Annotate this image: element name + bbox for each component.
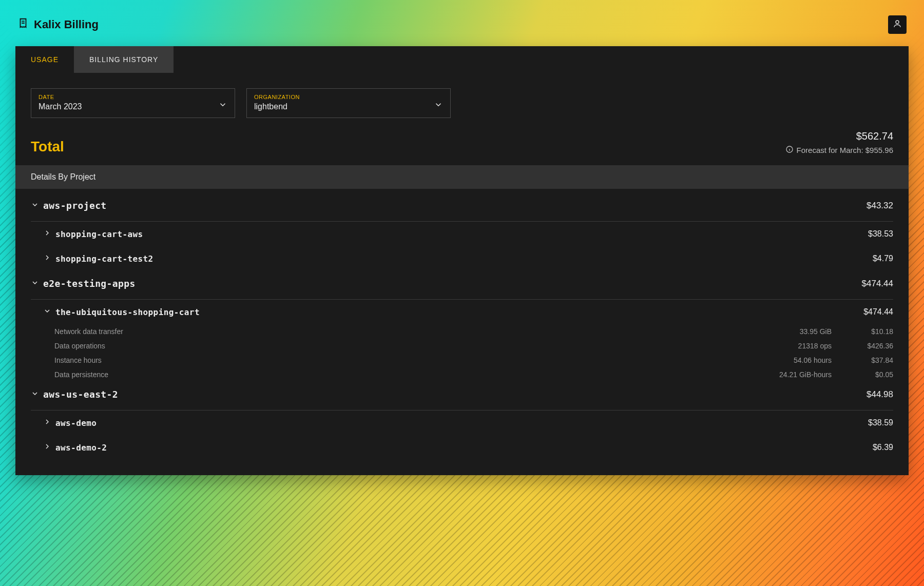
- organization-value: lightbend: [254, 102, 300, 111]
- svg-point-0: [896, 21, 899, 24]
- tab-billing-history[interactable]: BILLING HISTORY: [74, 46, 174, 73]
- metric-row: Instance hours54.06 hours$37.84: [31, 353, 893, 367]
- metric-cost: $10.18: [862, 327, 893, 336]
- service-cost: $6.39: [873, 443, 893, 452]
- chevron-right-icon: [43, 442, 51, 453]
- service-cost: $38.53: [868, 229, 893, 239]
- chevron-down-icon: [31, 201, 39, 211]
- service-row[interactable]: shopping-cart-test2$4.79: [31, 246, 893, 271]
- organization-label: ORGANIZATION: [254, 94, 300, 100]
- metric-label: Data operations: [54, 342, 105, 350]
- tabs: USAGE BILLING HISTORY: [15, 46, 909, 73]
- metric-label: Network data transfer: [54, 327, 123, 336]
- billing-panel: USAGE BILLING HISTORY DATE March 2023 OR…: [15, 46, 909, 475]
- service-name: shopping-cart-test2: [55, 254, 153, 264]
- project-row[interactable]: aws-us-east-2$44.98: [31, 382, 893, 407]
- chevron-down-icon: [31, 389, 39, 400]
- service-cost: $474.44: [863, 307, 893, 317]
- total-amount: $562.74: [785, 130, 893, 142]
- metric-row: Data operations21318 ops$426.36: [31, 339, 893, 353]
- chevron-down-icon: [434, 100, 443, 111]
- project-rows: aws-project$43.32shopping-cart-aws$38.53…: [15, 189, 909, 475]
- service-row[interactable]: aws-demo$38.59: [31, 411, 893, 435]
- metric-units: 54.06 hours: [770, 356, 832, 364]
- total-title: Total: [31, 139, 64, 155]
- forecast-row: Forecast for March: $955.96: [785, 145, 893, 155]
- date-label: DATE: [38, 94, 82, 100]
- metric-units: 33.95 GiB: [770, 327, 832, 336]
- brand: Kalix Billing: [17, 17, 99, 32]
- chevron-right-icon: [43, 418, 51, 428]
- project-name: aws-us-east-2: [43, 389, 118, 400]
- chevron-down-icon: [31, 279, 39, 289]
- info-icon[interactable]: [785, 145, 794, 155]
- forecast-text: Forecast for March: $955.96: [797, 146, 893, 154]
- service-name: the-ubiquitous-shopping-cart: [55, 307, 200, 317]
- header: Kalix Billing: [15, 15, 909, 46]
- details-header: Details By Project: [15, 165, 909, 189]
- service-row[interactable]: shopping-cart-aws$38.53: [31, 222, 893, 246]
- totals: Total $562.74 Forecast for March: $955.9…: [15, 127, 909, 165]
- filters: DATE March 2023 ORGANIZATION lightbend: [15, 73, 909, 127]
- project-cost: $44.98: [867, 389, 893, 400]
- service-row[interactable]: the-ubiquitous-shopping-cart$474.44: [31, 300, 893, 324]
- chevron-down-icon: [218, 100, 227, 111]
- chevron-right-icon: [43, 253, 51, 264]
- metric-row: Network data transfer33.95 GiB$10.18: [31, 324, 893, 339]
- metric-cost: $37.84: [862, 356, 893, 364]
- project-row[interactable]: aws-project$43.32: [31, 193, 893, 218]
- metric-label: Instance hours: [54, 356, 102, 364]
- project-name: aws-project: [43, 200, 107, 211]
- brand-title: Kalix Billing: [34, 18, 99, 31]
- metric-cost: $426.36: [862, 342, 893, 350]
- organization-select[interactable]: ORGANIZATION lightbend: [246, 88, 451, 118]
- project-name: e2e-testing-apps: [43, 278, 136, 289]
- service-cost: $38.59: [868, 418, 893, 427]
- chevron-down-icon: [43, 307, 51, 317]
- metric-row: Data persistence24.21 GiB-hours$0.05: [31, 367, 893, 382]
- service-row[interactable]: aws-demo-2$6.39: [31, 435, 893, 460]
- project-cost: $43.32: [867, 201, 893, 211]
- service-cost: $4.79: [873, 254, 893, 263]
- date-select[interactable]: DATE March 2023: [31, 88, 235, 118]
- metric-label: Data persistence: [54, 370, 108, 379]
- metric-units: 24.21 GiB-hours: [770, 370, 832, 379]
- date-value: March 2023: [38, 102, 82, 111]
- metric-units: 21318 ops: [770, 342, 832, 350]
- receipt-icon: [17, 17, 29, 32]
- tab-usage[interactable]: USAGE: [15, 46, 74, 73]
- metric-cost: $0.05: [862, 370, 893, 379]
- user-icon: [893, 19, 902, 30]
- service-name: aws-demo-2: [55, 443, 107, 453]
- service-name: shopping-cart-aws: [55, 229, 143, 239]
- project-row[interactable]: e2e-testing-apps$474.44: [31, 271, 893, 296]
- chevron-right-icon: [43, 229, 51, 239]
- user-menu-button[interactable]: [888, 15, 907, 34]
- service-name: aws-demo: [55, 418, 97, 428]
- project-cost: $474.44: [862, 279, 893, 289]
